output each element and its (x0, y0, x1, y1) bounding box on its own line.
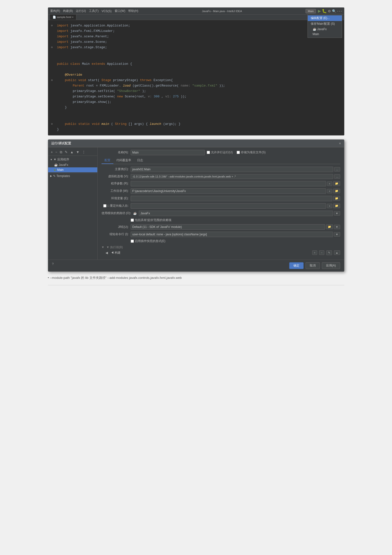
run-config-item-edit[interactable]: 编辑配置 (E)... (308, 15, 342, 21)
dialog-title: 运行/调试配置 (51, 141, 71, 146)
tab-config[interactable]: 配置 (102, 157, 113, 164)
module-classpath-input[interactable] (139, 211, 333, 216)
before-launch-label: ▼ 执行前(B) (106, 245, 123, 249)
tree-app-group-label: ▼ 应用程序 (53, 157, 69, 162)
dialog-close-button[interactable]: × (339, 141, 341, 145)
ok-button[interactable]: 确定 (289, 262, 304, 269)
jre-dropdown-button[interactable]: ▼ (334, 225, 340, 229)
code-line-2: import javafx.fxml.FXMLLoader; (48, 28, 344, 34)
build-edit-button[interactable]: ✎ (326, 250, 332, 255)
menu-run[interactable]: 运行(U) (76, 9, 86, 13)
vm-options-browse-button[interactable]: ... (334, 174, 340, 179)
toolbar-edit-button[interactable]: ✎ (64, 150, 68, 154)
tab-coverage[interactable]: 代码覆盖率 (113, 157, 134, 164)
build-add-button[interactable]: + (312, 250, 317, 255)
env-vars-browse-button[interactable]: 📁 (333, 196, 340, 201)
dialog-titlebar: 运行/调试配置 × (48, 140, 344, 147)
tree-item-javafx[interactable]: ☕ JavaFx (48, 162, 97, 167)
redirect-check[interactable] (103, 204, 106, 207)
run-config-item-save[interactable]: 保存'Main'配置 (S) (308, 21, 342, 27)
jre-input[interactable] (131, 224, 325, 230)
toolbar-down-button[interactable]: ▼ (75, 150, 80, 154)
redirect-input-row: □ 重定向输入自: + 📁 (102, 203, 340, 209)
module-classpath-dropdown-button[interactable]: ▼ (334, 211, 340, 216)
search-icon[interactable]: 🔍 (332, 9, 336, 13)
env-vars-input[interactable] (131, 196, 332, 201)
working-dir-browse-button[interactable]: + (327, 189, 332, 193)
module-classpath-input-group: ☕ ▼ (133, 211, 340, 216)
help-icon[interactable]: ? (52, 262, 54, 269)
debug-icon[interactable]: 🐛 (322, 9, 327, 13)
apply-button[interactable]: 应用(A) (322, 262, 340, 269)
menu-reconstruct[interactable]: 重构(R) (50, 9, 60, 13)
code-line-override: @Override (48, 72, 344, 78)
main-class-browse-button[interactable]: ... (334, 167, 340, 172)
toolbar-remove-button[interactable]: − (55, 150, 58, 154)
run-config-item-javafx[interactable]: ☕ JavaFx (308, 27, 342, 32)
redirect-checkbox[interactable]: □ 重定向输入自: (102, 204, 129, 208)
window-controls[interactable]: ▫ ▫ ▫ (337, 9, 342, 13)
store-project-checkbox[interactable]: 存储为项目文件(S) (237, 150, 266, 155)
tree-templates-arrow-icon: ▶ (50, 175, 52, 177)
module-icon: ☕ (133, 212, 137, 215)
program-args-add-button[interactable]: + (327, 181, 332, 186)
before-launch-section[interactable]: ▼ ▼ 执行前(B) (102, 245, 340, 249)
plugin-snapshot-check[interactable] (131, 240, 134, 243)
run-icon[interactable]: ▶ (318, 9, 321, 13)
working-dir-label: 工作目录 (W): (102, 189, 129, 193)
toolbar-copy-button[interactable]: ⧉ (59, 150, 63, 155)
name-input[interactable] (131, 150, 205, 155)
ide-toolbar-icons: ▶ 🐛 ⚙ 🔍 ▫ ▫ ▫ (318, 9, 342, 13)
settings-icon[interactable]: ⚙ (328, 9, 331, 13)
jre-browse-button[interactable]: 📁 (326, 224, 333, 229)
redirect-open-button[interactable]: 📁 (333, 203, 340, 208)
build-remove-button[interactable]: − (319, 250, 324, 255)
build-up-button[interactable]: ▲ (334, 250, 340, 255)
toolbar-more-button[interactable]: ⋮ (81, 150, 86, 154)
fold-marker-method: ⊖ (51, 78, 55, 83)
code-line-blank5 (48, 116, 344, 121)
plugin-snapshot-row: 启用插件快照的形式(E) (102, 239, 340, 243)
allow-parallel-checkbox[interactable]: 允许并行运行(U) (207, 150, 233, 155)
cancel-button[interactable]: 取消 (306, 262, 320, 269)
store-project-check[interactable] (237, 151, 240, 154)
ide-tab-sample-fxml[interactable]: 📄 sample.fxml × (50, 15, 76, 20)
tree-app-group[interactable]: ▼ ▼ 应用程序 (48, 157, 97, 162)
tree-item-templates[interactable]: ▶ ✎ Templates (48, 174, 97, 178)
tree-templates-label: Templates (57, 174, 70, 178)
tree-item-main[interactable]: ▶ Main (48, 167, 97, 172)
shorten-cmdline-input[interactable] (131, 232, 333, 237)
run-config-item-main[interactable]: Main (308, 32, 342, 37)
code-line-blank1 (48, 50, 344, 56)
toolbar-up-button[interactable]: ▲ (69, 150, 74, 154)
dialog-actions: ? 确定 取消 应用(A) (48, 260, 344, 271)
program-args-input[interactable] (131, 181, 326, 186)
menu-window[interactable]: 窗口(W) (115, 9, 125, 13)
tree-main-label: Main (57, 168, 64, 172)
shorten-cmdline-dropdown-button[interactable]: ▼ (334, 232, 340, 237)
redirect-browse-button[interactable]: + (327, 204, 332, 208)
include-deps-row: 包括具有'提供'范围的依赖项 (102, 218, 340, 222)
menu-vcs[interactable]: VCS(S) (102, 9, 112, 13)
plugin-snapshot-checkbox[interactable]: 启用插件快照的形式(E) (131, 239, 165, 243)
tab-log[interactable]: 日志 (134, 157, 146, 164)
menu-tools[interactable]: 工具(T) (89, 9, 99, 13)
bottom-note-prefix: • --module-path (48, 276, 71, 280)
run-config-dropdown[interactable]: Main (306, 9, 316, 13)
redirect-input[interactable] (131, 203, 326, 209)
working-dir-input[interactable] (131, 188, 326, 194)
jre-input-group: 📁 ▼ (131, 224, 340, 230)
menu-help[interactable]: 帮助(H) (128, 9, 138, 13)
main-class-input[interactable] (131, 167, 333, 172)
include-deps-check[interactable] (131, 219, 134, 222)
vm-options-input[interactable] (131, 174, 333, 179)
page-divider (48, 285, 344, 285)
toolbar-add-button[interactable]: + (50, 150, 54, 154)
redirect-label: □ 重定向输入自: (107, 204, 129, 208)
shorten-cmdline-label: 缩短命令行 (l): (102, 232, 129, 236)
include-deps-checkbox[interactable]: 包括具有'提供'范围的依赖项 (131, 218, 172, 222)
menu-build[interactable]: 构建(B) (63, 9, 73, 13)
allow-parallel-check[interactable] (207, 151, 210, 154)
working-dir-open-button[interactable]: 📁 (333, 189, 340, 193)
program-args-browse-button[interactable]: 📁 (333, 181, 340, 186)
